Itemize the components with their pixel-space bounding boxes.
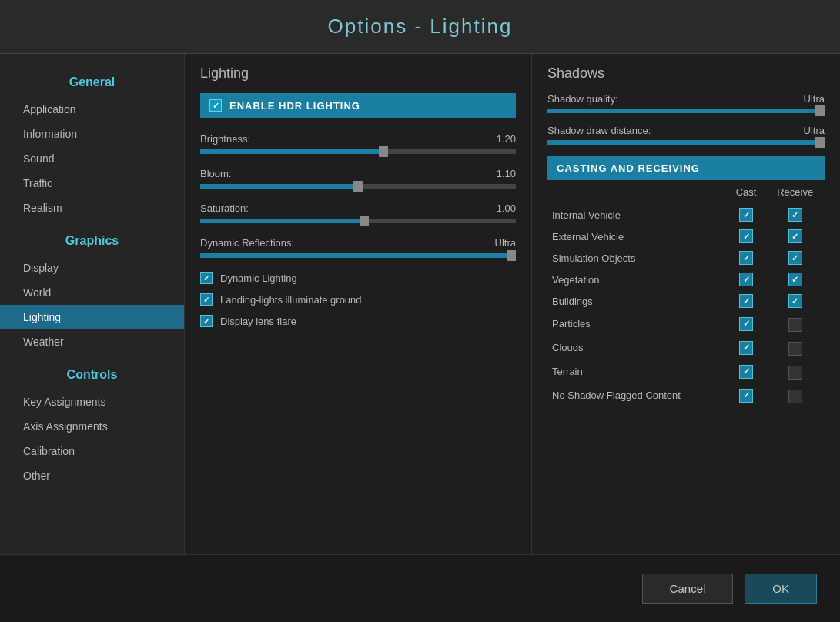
table-cell-cast[interactable]	[727, 336, 765, 359]
sidebar-item-lighting[interactable]: Lighting	[0, 305, 184, 329]
table-cell-cast[interactable]	[727, 269, 765, 290]
sidebar-item-traffic[interactable]: Traffic	[0, 171, 184, 196]
table-cell-receive[interactable]	[765, 383, 825, 407]
shadow-quality-value: Ultra	[804, 93, 825, 105]
sidebar-item-world[interactable]: World	[0, 280, 184, 305]
bloom-track[interactable]	[200, 184, 516, 189]
cast-checkbox[interactable]	[739, 229, 753, 243]
receive-checkbox[interactable]	[788, 273, 802, 286]
landing-lights-checkbox[interactable]	[200, 293, 213, 306]
table-cell-receive[interactable]	[765, 226, 825, 247]
bloom-thumb[interactable]	[353, 181, 363, 192]
sidebar-item-display[interactable]: Display	[0, 256, 184, 280]
dynamic-reflections-thumb[interactable]	[507, 250, 516, 261]
brightness-thumb[interactable]	[379, 146, 388, 157]
sidebar-item-sound[interactable]: Sound	[0, 146, 184, 171]
shadow-quality-label: Shadow quality:	[547, 93, 618, 105]
table-cell-label: Clouds	[547, 336, 727, 359]
table-cell-cast[interactable]	[727, 226, 765, 247]
receive-checkbox[interactable]	[788, 229, 802, 243]
cast-checkbox[interactable]	[739, 389, 753, 403]
receive-checkbox[interactable]	[788, 208, 802, 222]
table-cell-receive[interactable]	[765, 336, 825, 359]
table-cell-cast[interactable]	[727, 359, 765, 383]
table-cell-label: Terrain	[547, 359, 727, 383]
hdr-toggle[interactable]: ENABLE HDR LIGHTING	[200, 93, 516, 118]
shadow-quality-row: Shadow quality: Ultra	[547, 93, 825, 113]
cast-checkbox[interactable]	[739, 294, 753, 308]
shadow-quality-track[interactable]	[547, 109, 825, 113]
cast-receive-table: Cast Receive Internal VehicleExternal Ve…	[547, 180, 825, 407]
table-cell-receive[interactable]	[765, 269, 825, 290]
landing-lights-checkbox-row[interactable]: Landing-lights illuminate ground	[200, 293, 516, 306]
bloom-slider-row: Bloom: 1.10	[200, 168, 516, 189]
sidebar-item-information[interactable]: Information	[0, 122, 184, 146]
table-cell-receive[interactable]	[765, 247, 825, 269]
table-row: Internal Vehicle	[547, 204, 825, 226]
cancel-button[interactable]: Cancel	[642, 574, 734, 604]
receive-checkbox[interactable]	[788, 390, 802, 403]
dynamic-reflections-label: Dynamic Reflections:	[200, 237, 294, 249]
hdr-label: ENABLE HDR LIGHTING	[229, 100, 360, 112]
main-content: General Application Information Sound Tr…	[0, 54, 840, 554]
receive-checkbox[interactable]	[788, 251, 802, 265]
sidebar-item-calibration[interactable]: Calibration	[0, 439, 184, 463]
bloom-value: 1.10	[497, 168, 516, 179]
table-cell-receive[interactable]	[765, 290, 825, 312]
cast-checkbox[interactable]	[739, 251, 753, 265]
table-cell-label: No Shadow Flagged Content	[547, 383, 727, 407]
cast-checkbox[interactable]	[739, 208, 753, 222]
shadow-quality-fill	[547, 109, 825, 113]
brightness-track[interactable]	[200, 149, 516, 154]
lens-flare-checkbox-row[interactable]: Display lens flare	[200, 315, 516, 327]
table-header-receive: Receive	[765, 180, 825, 204]
table-row: Clouds	[547, 336, 825, 359]
landing-lights-label: Landing-lights illuminate ground	[220, 294, 362, 306]
lens-flare-checkbox[interactable]	[200, 315, 213, 327]
table-row: Simulation Objects	[547, 247, 825, 269]
sidebar-item-other[interactable]: Other	[0, 463, 184, 488]
dynamic-reflections-fill	[200, 253, 516, 258]
table-cell-cast[interactable]	[727, 383, 765, 407]
table-cell-cast[interactable]	[727, 312, 765, 336]
table-cell-label: Buildings	[547, 290, 727, 312]
table-cell-cast[interactable]	[727, 290, 765, 312]
table-cell-cast[interactable]	[727, 247, 765, 269]
table-cell-receive[interactable]	[765, 204, 825, 226]
sidebar-item-weather[interactable]: Weather	[0, 329, 184, 354]
sidebar-item-key-assignments[interactable]: Key Assignments	[0, 390, 184, 414]
hdr-checkbox-icon	[209, 99, 222, 112]
table-cell-receive[interactable]	[765, 312, 825, 336]
shadow-draw-value: Ultra	[804, 125, 825, 136]
dynamic-lighting-checkbox-row[interactable]: Dynamic Lighting	[200, 272, 516, 284]
dynamic-reflections-track[interactable]	[200, 253, 516, 258]
sidebar-item-application[interactable]: Application	[0, 97, 184, 122]
cast-checkbox[interactable]	[739, 317, 753, 331]
sidebar-graphics-title: Graphics	[0, 220, 184, 256]
cast-checkbox[interactable]	[739, 341, 753, 355]
receive-checkbox[interactable]	[788, 318, 802, 332]
cast-checkbox[interactable]	[739, 273, 753, 286]
cast-checkbox[interactable]	[739, 365, 753, 379]
sidebar-item-axis-assignments[interactable]: Axis Assignments	[0, 414, 184, 439]
shadow-draw-thumb[interactable]	[815, 137, 825, 148]
ok-button[interactable]: OK	[745, 574, 817, 604]
dynamic-lighting-checkbox[interactable]	[200, 272, 213, 284]
center-panel-title: Lighting	[200, 65, 516, 82]
shadow-draw-track[interactable]	[547, 140, 825, 145]
receive-checkbox[interactable]	[788, 366, 802, 380]
saturation-track[interactable]	[200, 219, 516, 223]
page-title: Options - Lighting	[328, 15, 513, 38]
saturation-thumb[interactable]	[360, 216, 369, 226]
shadow-quality-thumb[interactable]	[815, 105, 825, 116]
table-row: Vegetation	[547, 269, 825, 290]
table-cell-cast[interactable]	[727, 204, 765, 226]
receive-checkbox[interactable]	[788, 294, 802, 308]
sidebar-controls-title: Controls	[0, 354, 184, 390]
sidebar-item-realism[interactable]: Realism	[0, 196, 184, 220]
table-row: Buildings	[547, 290, 825, 312]
dynamic-reflections-value: Ultra	[495, 237, 516, 249]
table-cell-receive[interactable]	[765, 359, 825, 383]
receive-checkbox[interactable]	[788, 342, 802, 356]
table-header-label	[547, 180, 727, 204]
